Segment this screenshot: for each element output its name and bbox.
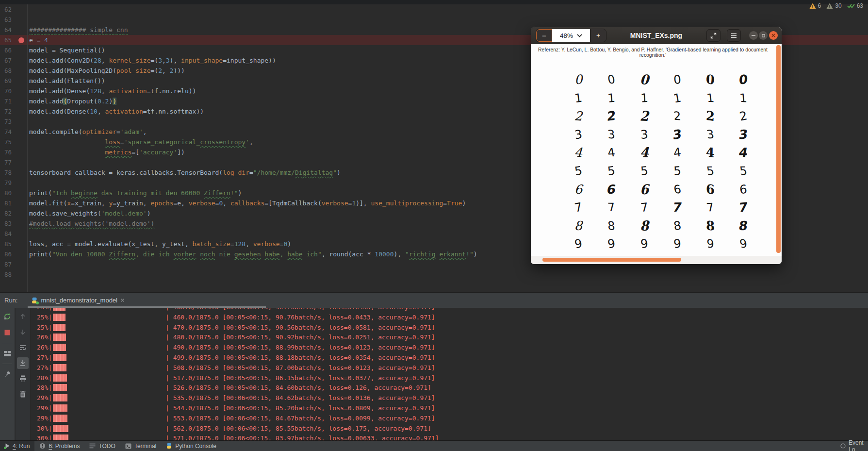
run-console-output[interactable]: 25%|| 460.0/1875.0 [00:05<00:15, 90.76ba… [31, 308, 868, 440]
print-button[interactable] [17, 373, 29, 384]
code-text: model.add(Conv2D(28, kernel_size=(3,3), … [27, 55, 276, 66]
weak-warnings-indicator[interactable]: 30 [826, 2, 841, 9]
gutter-breakpoint-area[interactable] [17, 269, 27, 280]
fullscreen-button[interactable] [706, 29, 721, 42]
event-log-button[interactable]: Event Lo [840, 441, 868, 451]
console-line: 27%|| 499.0/1875.0 [00:05<00:15, 88.18ba… [37, 352, 868, 363]
line-number: 82 [0, 208, 17, 218]
progress-percent: 26%| [37, 344, 53, 351]
digit-sample: 8 [661, 215, 694, 236]
minimize-button[interactable] [749, 31, 758, 40]
close-icon [771, 33, 775, 37]
gutter-breakpoint-area[interactable] [17, 106, 27, 117]
gutter-breakpoint-area[interactable] [17, 35, 27, 45]
line-number: 77 [0, 157, 17, 167]
digit-sample: 3 [562, 124, 595, 145]
progress-stats: | 490.0/1875.0 [00:05<00:15, 88.99batch/… [165, 344, 435, 351]
down-stack-trace-button[interactable] [17, 326, 29, 338]
viewer-titlebar[interactable]: MNIST_EXs.png − 48% + [531, 27, 782, 44]
toolbar-separator [2, 343, 12, 343]
progress-stats: | 571.0/1875.0 [00:06<00:15, 83.97batch/… [165, 434, 439, 440]
toolwindow-button-python-console[interactable]: Python Console [161, 441, 221, 451]
toolwindow-button-problems[interactable]: 6: Problems [34, 441, 84, 451]
code-text: print("Von den 10000 Ziffern, die ich vo… [27, 249, 477, 259]
scroll-to-end-button[interactable] [17, 357, 29, 369]
rerun-button[interactable] [1, 311, 13, 322]
line-number: 81 [0, 198, 17, 208]
run-configuration-tab[interactable]: mnist_demonstrator_model [28, 293, 128, 308]
digit-sample: 0 [561, 69, 595, 90]
horizontal-scroll-thumb[interactable] [542, 258, 681, 262]
gutter-breakpoint-area[interactable] [17, 147, 27, 157]
toolwindow-button-run[interactable]: 4: Run [0, 441, 34, 451]
gutter-breakpoint-area[interactable] [17, 249, 27, 259]
line-number: 83 [0, 218, 17, 229]
image-viewer-window[interactable]: MNIST_EXs.png − 48% + [531, 27, 782, 264]
gutter-breakpoint-area[interactable] [17, 229, 27, 239]
breakpoint-marker[interactable] [18, 37, 24, 43]
gutter-breakpoint-area[interactable] [17, 178, 27, 188]
gutter-separator [27, 4, 28, 292]
digit-sample: 2 [694, 104, 727, 127]
digit-sample: 8 [628, 216, 661, 236]
clear-console-button[interactable] [17, 388, 29, 400]
console-line: 25%|| 470.0/1875.0 [00:05<00:15, 90.56ba… [37, 322, 868, 333]
inspection-widget[interactable]: 6 30 63 [809, 2, 863, 9]
close-tab-icon[interactable] [120, 298, 125, 302]
soft-wrap-button[interactable] [17, 342, 29, 353]
toolwindow-button-terminal[interactable]: Terminal [120, 441, 161, 451]
warnings-indicator[interactable]: 6 [809, 2, 821, 9]
digit-sample: 9 [561, 233, 595, 255]
viewer-canvas[interactable]: Referenz: Y. LeCun, L. Bottou, Y. Bengio… [531, 44, 782, 256]
up-stack-trace-button[interactable] [17, 311, 29, 322]
gutter-breakpoint-area[interactable] [17, 96, 27, 106]
gutter-breakpoint-area[interactable] [17, 117, 27, 127]
gutter-breakpoint-area[interactable] [17, 137, 27, 147]
gutter-breakpoint-area[interactable] [17, 157, 27, 167]
pin-button[interactable] [1, 368, 13, 380]
gutter-breakpoint-area[interactable] [17, 45, 27, 55]
toolwindow-button-todo[interactable]: TODO [84, 441, 120, 451]
zoom-out-button[interactable]: − [536, 29, 552, 42]
code-line: 88 [0, 269, 868, 280]
console-line: 29%|| 544.0/1875.0 [00:06<00:15, 85.20ba… [37, 403, 868, 413]
zoom-in-button[interactable]: + [590, 29, 606, 42]
line-number: 85 [0, 239, 17, 249]
gutter-breakpoint-area[interactable] [17, 76, 27, 86]
progress-bar [53, 344, 165, 351]
gutter-breakpoint-area[interactable] [17, 4, 27, 15]
digit-sample: 1 [595, 88, 628, 108]
close-button[interactable] [769, 31, 778, 40]
digit-sample: 4 [595, 144, 628, 161]
gutter-breakpoint-area[interactable] [17, 259, 27, 269]
gutter-breakpoint-area[interactable] [17, 208, 27, 218]
console-line: 29%|| 553.0/1875.0 [00:06<00:15, 84.67ba… [37, 413, 868, 423]
gutter-breakpoint-area[interactable] [17, 86, 27, 96]
maximize-icon [762, 34, 765, 37]
stop-button[interactable] [1, 327, 13, 338]
gutter-breakpoint-area[interactable] [17, 55, 27, 66]
zoom-level-dropdown[interactable]: 48% [552, 29, 590, 42]
gutter-breakpoint-area[interactable] [17, 15, 27, 25]
menu-button[interactable] [727, 29, 741, 42]
console-line: 26%|| 480.0/1875.0 [00:05<00:15, 90.92ba… [37, 333, 868, 343]
restore-layout-button[interactable] [1, 348, 13, 359]
digit-sample: 8 [725, 216, 761, 235]
gutter-breakpoint-area[interactable] [17, 198, 27, 208]
viewer-vertical-scrollbar[interactable] [776, 45, 781, 255]
gutter-breakpoint-area[interactable] [17, 25, 27, 35]
vertical-scroll-thumb[interactable] [776, 45, 781, 253]
line-number: 70 [0, 86, 17, 96]
gutter-breakpoint-area[interactable] [17, 239, 27, 249]
gutter-breakpoint-area[interactable] [17, 127, 27, 137]
gutter-breakpoint-area[interactable] [17, 188, 27, 198]
code-text: model.add(Dense(10, activation=tf.nn.sof… [27, 106, 204, 117]
line-number: 74 [0, 127, 17, 137]
gutter-breakpoint-area[interactable] [17, 218, 27, 229]
console-line: 25%|| 460.0/1875.0 [00:05<00:15, 90.76ba… [37, 312, 868, 322]
gutter-breakpoint-area[interactable] [17, 167, 27, 178]
gutter-breakpoint-area[interactable] [17, 66, 27, 76]
passed-indicator[interactable]: 63 [847, 2, 863, 9]
maximize-button[interactable] [759, 31, 768, 40]
code-text: model.add(Flatten()) [27, 76, 105, 86]
